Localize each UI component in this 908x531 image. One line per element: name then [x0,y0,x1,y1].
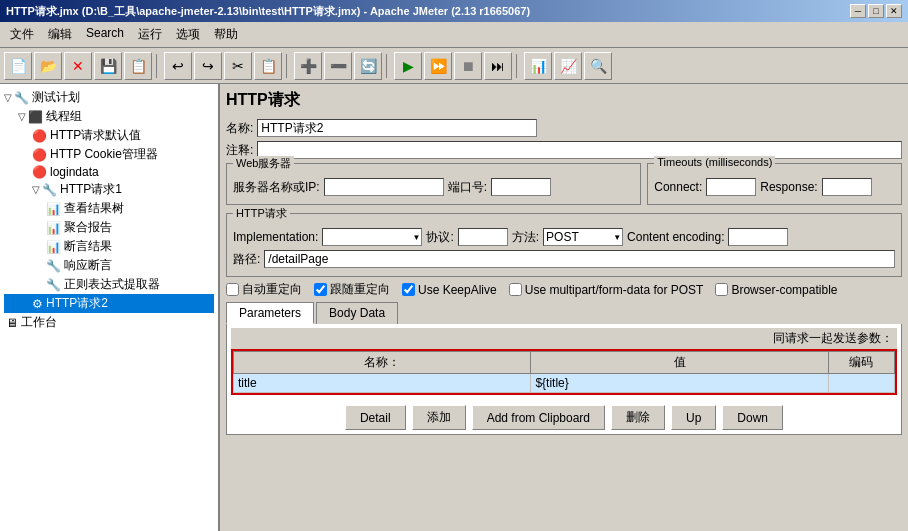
toggle-button[interactable]: 🔄 [354,52,382,80]
impl-label: Implementation: [233,230,318,244]
tree-item-http-request2[interactable]: ⚙ HTTP请求2 [4,294,214,313]
tree-label-response-assertion: 响应断言 [64,257,112,274]
stop-button[interactable]: ⏹ [454,52,482,80]
keepalive-checkbox[interactable] [402,283,415,296]
params-table: 名称： 值 编码 title ${title} [233,351,895,393]
port-input[interactable] [491,178,551,196]
impl-select[interactable] [322,228,422,246]
close-button[interactable]: ✕ [886,4,902,18]
chart-button[interactable]: 📊 [524,52,552,80]
run-button[interactable]: ▶ [394,52,422,80]
redo-button[interactable]: ↪ [194,52,222,80]
menu-search[interactable]: Search [80,24,130,45]
keepalive-checkbox-label[interactable]: Use KeepAlive [402,283,497,297]
follow-redirect-checkbox[interactable] [314,283,327,296]
tree-label-thread-group: 线程组 [46,108,82,125]
method-select[interactable]: POST GET [543,228,623,246]
detail-button[interactable]: Detail [345,405,406,430]
comment-input[interactable] [257,141,902,159]
multipart-checkbox[interactable] [509,283,522,296]
tree-item-view-results[interactable]: 📊 查看结果树 [4,199,214,218]
tree-item-aggregate-report[interactable]: 📊 聚合报告 [4,218,214,237]
multipart-checkbox-label[interactable]: Use multipart/form-data for POST [509,283,704,297]
server-row: 服务器名称或IP: 端口号: [233,178,634,196]
add-button[interactable]: 添加 [412,405,466,430]
response-input[interactable] [822,178,872,196]
follow-redirect-text: 跟随重定向 [330,281,390,298]
menu-options[interactable]: 选项 [170,24,206,45]
name-input[interactable] [257,119,537,137]
multipart-text: Use multipart/form-data for POST [525,283,704,297]
run-all-button[interactable]: ⏩ [424,52,452,80]
save-button[interactable]: 💾 [94,52,122,80]
expand-icon-thread-group: ▽ [18,111,26,122]
save-as-button[interactable]: 📋 [124,52,152,80]
menu-help[interactable]: 帮助 [208,24,244,45]
open-button[interactable]: 📂 [34,52,62,80]
menu-bar: 文件 编辑 Search 运行 选项 帮助 [0,22,908,48]
tree-item-test-plan[interactable]: ▽ 🔧 测试计划 [4,88,214,107]
left-panel: ▽ 🔧 测试计划 ▽ ⬛ 线程组 🔴 HTTP请求默认值 🔴 HTTP Cook… [0,84,220,531]
auto-redirect-checkbox-label[interactable]: 自动重定向 [226,281,302,298]
bottom-buttons: Detail 添加 Add from Clipboard 删除 Up Down [231,399,897,434]
tab-body-data[interactable]: Body Data [316,302,398,324]
tree-item-regex-extractor[interactable]: 🔧 正则表达式提取器 [4,275,214,294]
table-row[interactable]: title ${title} [234,374,895,393]
menu-run[interactable]: 运行 [132,24,168,45]
main-layout: ▽ 🔧 测试计划 ▽ ⬛ 线程组 🔴 HTTP请求默认值 🔴 HTTP Cook… [0,84,908,531]
new-button[interactable]: 📄 [4,52,32,80]
copy-button[interactable]: 📋 [254,52,282,80]
tree-label-aggregate: 聚合报告 [64,219,112,236]
delete-button[interactable]: 删除 [611,405,665,430]
tree-label-cookie-manager: HTTP Cookie管理器 [50,146,158,163]
auto-redirect-checkbox[interactable] [226,283,239,296]
separator-3 [386,54,390,78]
minimize-button[interactable]: ─ [850,4,866,18]
expand-icon-http1: ▽ [32,184,40,195]
name-label: 名称: [226,120,253,137]
tree-label-view-results: 查看结果树 [64,200,124,217]
tree-item-workbench[interactable]: 🖥 工作台 [4,313,214,332]
tree-item-assertion-results[interactable]: 📊 断言结果 [4,237,214,256]
tree-label-assertion-results: 断言结果 [64,238,112,255]
path-input[interactable] [264,250,895,268]
maximize-button[interactable]: □ [868,4,884,18]
chart2-button[interactable]: 📈 [554,52,582,80]
up-button[interactable]: Up [671,405,716,430]
tree-item-http-request1[interactable]: ▽ 🔧 HTTP请求1 [4,180,214,199]
browser-compat-checkbox[interactable] [715,283,728,296]
connect-input[interactable] [706,178,756,196]
comment-row: 注释: [226,141,902,159]
protocol-label: 协议: [426,229,453,246]
tree-item-logindata[interactable]: 🔴 logindata [4,164,214,180]
server-input[interactable] [324,178,444,196]
browser-compat-checkbox-label[interactable]: Browser-compatible [715,283,837,297]
protocol-input[interactable] [458,228,508,246]
add-from-clipboard-button[interactable]: Add from Clipboard [472,405,605,430]
send-params-title: 同请求一起发送参数： [231,328,897,349]
menu-edit[interactable]: 编辑 [42,24,78,45]
expand-button[interactable]: ➕ [294,52,322,80]
menu-file[interactable]: 文件 [4,24,40,45]
tree-item-thread-group[interactable]: ▽ ⬛ 线程组 [4,107,214,126]
param-name-cell: title [234,374,531,393]
stop-now-button[interactable]: ⏭ [484,52,512,80]
timeout-row: Connect: Response: [654,178,895,196]
encoding-input[interactable] [728,228,788,246]
down-button[interactable]: Down [722,405,783,430]
impl-select-wrapper [322,228,422,246]
separator-4 [516,54,520,78]
search-button[interactable]: 🔍 [584,52,612,80]
collapse-button[interactable]: ➖ [324,52,352,80]
tree-label-regex: 正则表达式提取器 [64,276,160,293]
tree-item-http-default[interactable]: 🔴 HTTP请求默认值 [4,126,214,145]
undo-button[interactable]: ↩ [164,52,192,80]
close-file-button[interactable]: ✕ [64,52,92,80]
toolbar: 📄 📂 ✕ 💾 📋 ↩ ↪ ✂ 📋 ➕ ➖ 🔄 ▶ ⏩ ⏹ ⏭ 📊 📈 🔍 [0,48,908,84]
tree-item-cookie-manager[interactable]: 🔴 HTTP Cookie管理器 [4,145,214,164]
tree-item-response-assertion[interactable]: 🔧 响应断言 [4,256,214,275]
cut-button[interactable]: ✂ [224,52,252,80]
tree-label-logindata: logindata [50,165,99,179]
tab-parameters[interactable]: Parameters [226,302,314,324]
follow-redirect-checkbox-label[interactable]: 跟随重定向 [314,281,390,298]
